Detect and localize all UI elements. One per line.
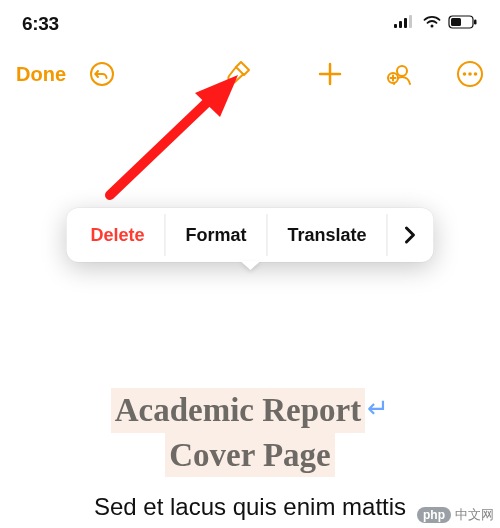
menu-more-button[interactable] <box>388 208 434 262</box>
title-line-1: Academic Report <box>111 388 366 433</box>
undo-button[interactable] <box>88 60 116 88</box>
collaborate-button[interactable] <box>386 60 414 88</box>
svg-point-9 <box>397 66 407 76</box>
cellular-icon <box>394 15 416 33</box>
svg-point-13 <box>468 72 472 76</box>
status-bar: 6:33 <box>0 0 500 42</box>
wifi-icon <box>422 15 442 33</box>
menu-delete-button[interactable]: Delete <box>66 208 164 262</box>
source-watermark: php 中文网 <box>417 506 494 524</box>
add-button[interactable] <box>316 60 344 88</box>
more-button[interactable] <box>456 60 484 88</box>
menu-translate-button[interactable]: Translate <box>268 208 387 262</box>
svg-rect-3 <box>409 15 412 28</box>
text-context-menu: Delete Format Translate <box>66 208 433 262</box>
battery-icon <box>448 15 478 33</box>
watermark-text: 中文网 <box>455 506 494 524</box>
svg-rect-6 <box>474 20 477 25</box>
done-button[interactable]: Done <box>16 63 66 86</box>
document-title[interactable]: Academic Report↵ Cover Page <box>111 388 390 477</box>
editor-toolbar: Done <box>0 42 500 102</box>
menu-format-button[interactable]: Format <box>165 208 266 262</box>
svg-rect-0 <box>394 24 397 28</box>
document-canvas[interactable]: Academic Report↵ Cover Page Sed et lacus… <box>0 102 500 528</box>
format-brush-button[interactable] <box>222 59 252 89</box>
chevron-right-icon <box>404 225 418 245</box>
insertion-caret-icon: ↵ <box>367 393 389 424</box>
svg-rect-2 <box>404 18 407 28</box>
svg-point-14 <box>474 72 478 76</box>
svg-point-12 <box>463 72 467 76</box>
status-time: 6:33 <box>22 13 59 35</box>
svg-rect-1 <box>399 21 402 28</box>
svg-rect-5 <box>451 18 461 26</box>
title-line-2: Cover Page <box>165 433 335 478</box>
watermark-pill: php <box>417 507 451 523</box>
status-indicators <box>394 15 478 33</box>
svg-point-8 <box>227 81 231 85</box>
